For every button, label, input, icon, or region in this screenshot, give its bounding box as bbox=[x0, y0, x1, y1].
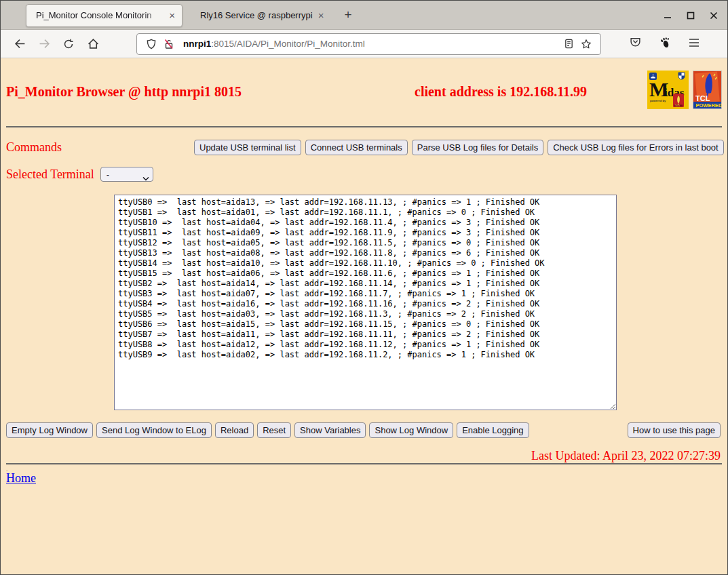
selected-terminal-row: Selected Terminal - bbox=[6, 166, 722, 182]
svg-text:Tcl/Tk: Tcl/Tk bbox=[675, 104, 680, 107]
midas-logo: M idas powered by Tcl/Tk bbox=[647, 71, 689, 112]
reload-icon[interactable] bbox=[58, 33, 79, 55]
tab-title: Pi_Monitor Console Monitorin bbox=[36, 10, 164, 20]
svg-text:powered by: powered by bbox=[650, 99, 666, 102]
logos: M idas powered by Tcl/Tk bbox=[647, 71, 722, 112]
selected-terminal-label: Selected Terminal bbox=[6, 167, 94, 182]
tab-close-icon[interactable]: × bbox=[169, 10, 175, 20]
show-log-window-button[interactable]: Show Log Window bbox=[369, 422, 453, 438]
terminal-select[interactable]: - bbox=[100, 167, 153, 182]
enable-logging-button[interactable]: Enable Logging bbox=[457, 422, 529, 438]
tab-pi-monitor[interactable]: Pi_Monitor Console Monitorin × bbox=[26, 4, 183, 27]
tcl-logo-text: TCL bbox=[695, 94, 710, 102]
update-usb-terminal-list-button[interactable]: Update USB terminal list bbox=[194, 140, 301, 155]
toolbar-right bbox=[630, 37, 700, 52]
client-address: client address is 192.168.11.99 bbox=[415, 84, 587, 100]
browser-window: Pi_Monitor Console Monitorin × Rly16 Ser… bbox=[0, 0, 728, 575]
pocket-icon[interactable] bbox=[630, 37, 641, 51]
page-title: Pi_Monitor Browser @ http nnrpi1 8015 bbox=[6, 84, 242, 100]
gnome-footprint-icon bbox=[659, 37, 671, 52]
empty-log-window-button[interactable]: Empty Log Window bbox=[6, 422, 93, 438]
check-usb-log-errors-button[interactable]: Check USB Log files for Errors in last b… bbox=[548, 140, 724, 155]
forward-icon[interactable] bbox=[33, 33, 55, 55]
commands-label: Commands bbox=[6, 140, 194, 155]
tab-title: Rly16 Service @ raspberrypi bbox=[200, 10, 313, 20]
minimize-button[interactable] bbox=[664, 12, 672, 20]
menu-hamburger-icon[interactable] bbox=[689, 38, 700, 50]
reload-button[interactable]: Reload bbox=[215, 422, 254, 438]
tcl-powered-text: POWERED bbox=[696, 102, 723, 108]
window-controls bbox=[664, 1, 718, 30]
commands-row: Commands Update USB terminal list Connec… bbox=[6, 139, 722, 155]
url-path: :8015/AIDA/Pi_Monitor/Pi_Monitor.tml bbox=[211, 39, 365, 49]
footer-buttons-row: Empty Log Window Send Log Window to ELog… bbox=[6, 422, 722, 438]
send-log-to-elog-button[interactable]: Send Log Window to ELog bbox=[96, 422, 212, 438]
connect-usb-terminals-button[interactable]: Connect USB terminals bbox=[305, 140, 408, 155]
reader-mode-icon[interactable] bbox=[564, 39, 574, 49]
insecure-lock-icon[interactable] bbox=[164, 39, 174, 49]
home-icon[interactable] bbox=[82, 33, 104, 55]
parse-usb-log-files-button[interactable]: Parse USB Log files for Details bbox=[412, 140, 543, 155]
reset-button[interactable]: Reset bbox=[257, 422, 291, 438]
how-to-use-button[interactable]: How to use this page bbox=[628, 422, 721, 438]
maximize-button[interactable] bbox=[687, 12, 695, 20]
url-bar[interactable]: nnrpi1:8015/AIDA/Pi_Monitor/Pi_Monitor.t… bbox=[136, 33, 601, 55]
divider bbox=[6, 126, 722, 127]
new-tab-button[interactable]: + bbox=[340, 7, 356, 22]
page-header: Pi_Monitor Browser @ http nnrpi1 8015 cl… bbox=[6, 58, 722, 126]
url-text[interactable]: nnrpi1:8015/AIDA/Pi_Monitor/Pi_Monitor.t… bbox=[183, 39, 560, 49]
page-content: Pi_Monitor Browser @ http nnrpi1 8015 cl… bbox=[1, 58, 727, 574]
tab-close-icon[interactable]: × bbox=[318, 10, 324, 20]
nav-toolbar: nnrpi1:8015/AIDA/Pi_Monitor/Pi_Monitor.t… bbox=[1, 30, 727, 58]
log-window[interactable]: ttyUSB0 => last host=aida13, => last add… bbox=[114, 195, 617, 410]
bookmark-star-icon[interactable] bbox=[581, 39, 592, 49]
home-link[interactable]: Home bbox=[6, 471, 36, 485]
close-button[interactable] bbox=[710, 12, 718, 20]
show-variables-button[interactable]: Show Variables bbox=[294, 422, 366, 438]
tab-rly16[interactable]: Rly16 Service @ raspberrypi × bbox=[191, 4, 330, 27]
divider bbox=[6, 463, 722, 464]
back-icon[interactable] bbox=[9, 33, 31, 55]
tcl-powered-logo: TCL POWERED bbox=[693, 71, 722, 112]
shield-icon[interactable] bbox=[146, 39, 157, 49]
url-host: nnrpi1 bbox=[183, 39, 211, 49]
last-updated: Last Updated: April 23, 2022 07:27:39 bbox=[6, 449, 722, 463]
titlebar: Pi_Monitor Console Monitorin × Rly16 Ser… bbox=[1, 1, 727, 30]
tiny-dot-text: . bbox=[6, 467, 722, 471]
